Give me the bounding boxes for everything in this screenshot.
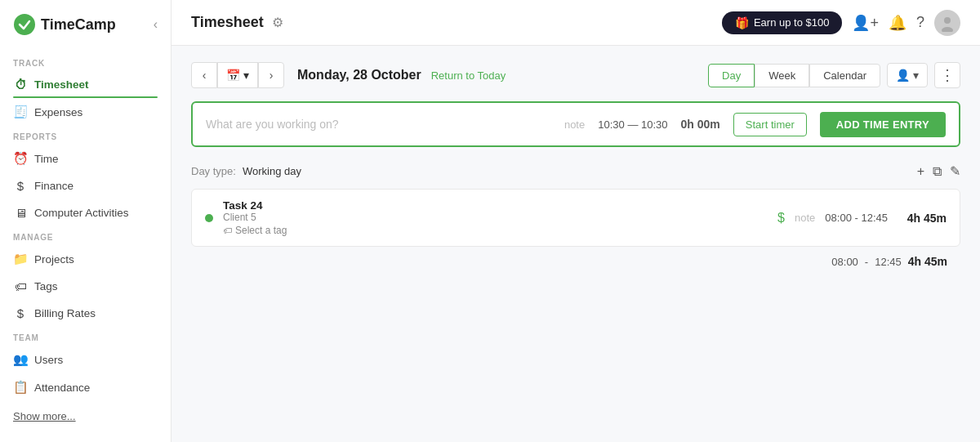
sidebar-item-attendance[interactable]: 📋 Attendance [0, 373, 171, 401]
time-icon: ⏰ [13, 151, 28, 166]
summary-row: 08:00 - 12:45 4h 45m [191, 247, 960, 276]
sidebar-item-tags[interactable]: 🏷 Tags [0, 273, 171, 300]
add-time-entry-button[interactable]: ADD TIME ENTRY [820, 112, 946, 137]
more-options-button[interactable]: ⋮ [934, 62, 960, 88]
sidebar-item-timesheet[interactable]: ⏱ Timesheet [0, 71, 171, 98]
timesheet-icon: ⏱ [13, 78, 28, 92]
summary-time-from: 08:00 [831, 256, 858, 268]
sidebar-item-time[interactable]: ⏰ Time [0, 145, 171, 172]
day-type-actions: + ⧉ ✎ [917, 163, 960, 179]
gift-icon: 🎁 [735, 16, 749, 29]
calendar-chevron: ▾ [243, 69, 249, 82]
time-entry-duration: 0h 00m [681, 118, 720, 131]
return-to-today-link[interactable]: Return to Today [431, 69, 506, 82]
time-entry-input-box: What are you working on? note 10:30 — 10… [191, 101, 960, 147]
entry-task-name[interactable]: Task 24 [223, 199, 768, 212]
logo: TimeCamp [13, 13, 116, 36]
summary-duration: 4h 45m [908, 255, 947, 268]
show-more-link[interactable]: Show more... [0, 404, 171, 429]
sidebar-item-label: Attendance [34, 382, 90, 394]
sidebar-item-label: Timesheet [34, 78, 89, 91]
sidebar-item-label: Computer Activities [34, 207, 129, 219]
help-icon[interactable]: ? [916, 14, 924, 31]
expenses-icon: 🧾 [13, 105, 28, 119]
svg-point-1 [944, 17, 951, 24]
summary-time-to: 12:45 [875, 256, 902, 268]
notification-icon[interactable]: 🔔 [889, 14, 906, 32]
sidebar-item-label: Billing Rates [34, 307, 96, 319]
time-to[interactable]: 10:30 [641, 118, 668, 131]
entry-time-range: 08:00 - 12:45 [825, 212, 888, 224]
topbar-right: 🎁 Earn up to $100 👤+ 🔔 ? [722, 10, 960, 36]
timecamp-logo-icon [13, 13, 36, 36]
next-date-button[interactable]: › [258, 62, 284, 88]
entry-note-label[interactable]: note [795, 212, 815, 224]
sidebar-collapse-button[interactable]: ‹ [154, 17, 158, 32]
tags-icon: 🏷 [13, 279, 28, 293]
entry-info: Task 24 Client 5 🏷 Select a tag [223, 199, 768, 236]
current-date-label: Monday, 28 October [297, 68, 421, 83]
entry-billing-icon[interactable]: $ [777, 211, 785, 225]
summary-separator: - [865, 256, 868, 268]
entry-time-to[interactable]: 12:45 [861, 212, 888, 224]
sidebar-item-label: Users [34, 354, 63, 366]
date-navigation: ‹ 📅 ▾ › Monday, 28 October Return to Tod… [191, 62, 960, 88]
entries-container: Task 24 Client 5 🏷 Select a tag $ note 0… [191, 189, 960, 247]
sidebar-item-users[interactable]: 👥 Users [0, 346, 171, 373]
projects-icon: 📁 [13, 252, 28, 266]
day-type-value: Working day [243, 165, 301, 177]
time-from[interactable]: 10:30 [598, 118, 625, 131]
time-entry-placeholder[interactable]: What are you working on? [206, 118, 551, 131]
svg-point-2 [942, 27, 953, 32]
earn-button-label: Earn up to $100 [754, 16, 830, 29]
topbar-left: Timesheet ⚙ [191, 14, 283, 31]
entry-duration: 4h 45m [898, 212, 947, 225]
settings-icon[interactable]: ⚙ [272, 15, 283, 30]
time-entry-note-label[interactable]: note [564, 118, 585, 131]
add-user-icon[interactable]: 👤+ [852, 14, 879, 32]
edit-day-type-button[interactable]: ✎ [950, 163, 960, 179]
entry-time-from[interactable]: 08:00 [825, 212, 852, 224]
calendar-picker-button[interactable]: 📅 ▾ [217, 62, 258, 88]
entry-status-dot [205, 214, 213, 222]
sidebar-item-computer-activities[interactable]: 🖥 Computer Activities [0, 199, 171, 226]
week-view-button[interactable]: Week [755, 64, 809, 87]
finance-icon: $ [13, 179, 28, 193]
day-view-button[interactable]: Day [708, 64, 755, 87]
avatar[interactable] [934, 10, 960, 36]
view-switcher: Day Week Calendar 👤 ▾ ⋮ [708, 62, 960, 88]
tag-icon: 🏷 [223, 225, 232, 235]
add-day-type-button[interactable]: + [917, 164, 924, 179]
sidebar: TimeCamp ‹ TRACK ⏱ Timesheet 🧾 Expenses … [0, 0, 172, 442]
sidebar-item-label: Time [34, 153, 59, 165]
sidebar-item-projects[interactable]: 📁 Projects [0, 245, 171, 273]
users-icon: 👥 [13, 352, 28, 367]
sidebar-header: TimeCamp ‹ [0, 13, 171, 52]
sidebar-item-finance[interactable]: $ Finance [0, 172, 171, 199]
time-entry-time-range: 10:30 — 10:30 [598, 118, 667, 131]
section-label-track: TRACK [0, 52, 171, 71]
logo-text: TimeCamp [41, 16, 116, 33]
entry-tag-placeholder[interactable]: Select a tag [235, 225, 287, 236]
sidebar-item-billing-rates[interactable]: $ Billing Rates [0, 300, 171, 327]
copy-day-type-button[interactable]: ⧉ [933, 164, 942, 179]
sidebar-item-expenses[interactable]: 🧾 Expenses [0, 98, 171, 126]
prev-date-button[interactable]: ‹ [191, 62, 217, 88]
day-type-bar: Day type: Working day + ⧉ ✎ [191, 163, 960, 179]
main-content: Timesheet ⚙ 🎁 Earn up to $100 👤+ 🔔 ? ‹ [172, 0, 980, 442]
calendar-view-button[interactable]: Calendar [809, 64, 880, 87]
user-filter-icon: 👤 [896, 69, 910, 82]
section-label-team: TEAM [0, 327, 171, 346]
sidebar-item-label: Projects [34, 253, 74, 266]
sidebar-item-label: Finance [34, 180, 74, 192]
user-filter-chevron: ▾ [913, 69, 919, 82]
start-timer-button[interactable]: Start timer [733, 113, 807, 136]
calendar-icon: 📅 [226, 69, 240, 82]
topbar: Timesheet ⚙ 🎁 Earn up to $100 👤+ 🔔 ? [172, 0, 980, 46]
time-separator: — [627, 118, 641, 131]
user-filter-button[interactable]: 👤 ▾ [887, 63, 928, 87]
content-area: ‹ 📅 ▾ › Monday, 28 October Return to Tod… [172, 46, 980, 442]
svg-point-0 [14, 14, 35, 35]
earn-button[interactable]: 🎁 Earn up to $100 [722, 11, 843, 34]
sidebar-item-label: Expenses [34, 106, 82, 118]
